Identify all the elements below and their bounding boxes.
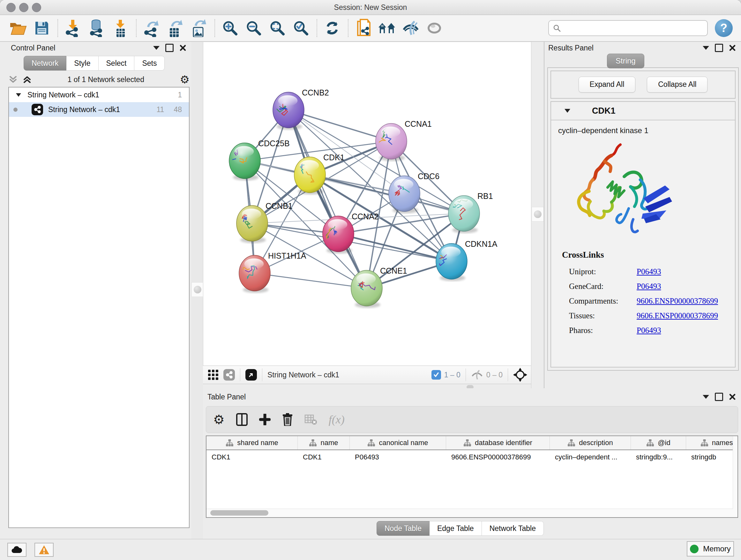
selected-nodes-checkbox[interactable] — [431, 370, 441, 380]
zoom-in-icon[interactable] — [220, 18, 240, 38]
right-splitter-handle[interactable] — [532, 207, 544, 222]
export-image-file-icon[interactable] — [189, 18, 209, 38]
memory-button[interactable]: Memory — [687, 541, 734, 557]
import-network-database-icon[interactable] — [87, 18, 107, 38]
table-hscroll-thumb[interactable] — [210, 510, 268, 516]
help-icon[interactable]: ? — [715, 19, 733, 37]
node-label-CDC6: CDC6 — [418, 172, 440, 181]
column-header-id[interactable]: @id — [631, 436, 686, 449]
column-header-sharedname[interactable]: shared name — [206, 436, 298, 449]
table-panel-menu-icon[interactable] — [703, 395, 709, 399]
tab-style[interactable]: Style — [66, 56, 98, 71]
gene-entry-header[interactable]: CDK1 — [551, 102, 735, 120]
delete-column-icon[interactable] — [282, 413, 293, 426]
maximize-window-icon[interactable] — [32, 3, 41, 12]
tab-node-table[interactable]: Node Table — [377, 521, 429, 536]
minimize-window-icon[interactable] — [19, 3, 28, 12]
warnings-button[interactable] — [35, 543, 54, 557]
column-header-namespace[interactable]: namespace — [686, 436, 738, 449]
zoom-selected-icon[interactable] — [291, 18, 311, 38]
crosslink-row: Compartments:9606.ENSP00000378699 — [562, 294, 735, 308]
gene-description: cyclin–dependent kinase 1 — [551, 120, 735, 135]
save-session-icon[interactable] — [32, 18, 52, 38]
collection-expand-icon[interactable] — [15, 92, 22, 98]
column-header-description[interactable]: description — [550, 436, 631, 449]
main-toolbar: ? — [0, 15, 741, 42]
network-current-dot-icon — [13, 108, 17, 112]
results-panel-close-icon[interactable] — [729, 44, 736, 51]
control-panel-menu-icon[interactable] — [153, 46, 159, 50]
refresh-view-icon[interactable] — [322, 18, 342, 38]
network-node-count: 11 — [157, 105, 164, 114]
import-network-file-icon[interactable] — [63, 18, 83, 38]
table-row[interactable]: CDK1CDK1P064939606.ENSP00000378699cyclin… — [206, 450, 738, 464]
zoom-out-icon[interactable] — [244, 18, 264, 38]
table-panel: Table Panel ⚙ f(x) shared namenamecanoni… — [203, 388, 741, 539]
tab-network-table[interactable]: Network Table — [482, 521, 544, 536]
tab-network[interactable]: Network — [23, 56, 66, 71]
collapse-all-button[interactable]: Collapse All — [647, 77, 708, 92]
crosslink-link[interactable]: P06493 — [636, 267, 661, 276]
control-panel-close-icon[interactable] — [179, 44, 186, 51]
crosslink-link[interactable]: P06493 — [636, 326, 661, 335]
birds-eye-view-icon[interactable] — [513, 368, 527, 382]
show-columns-icon[interactable] — [236, 413, 248, 426]
add-column-icon[interactable] — [259, 414, 271, 425]
detach-view-icon[interactable] — [246, 369, 257, 381]
export-table-file-icon[interactable] — [165, 18, 185, 38]
search-input[interactable] — [561, 23, 703, 33]
hide-selected-icon[interactable] — [401, 18, 421, 38]
grid-view-icon[interactable] — [207, 369, 219, 381]
network-list-view-icon[interactable] — [223, 369, 235, 381]
crosslink-row: Pharos:P06493 — [562, 323, 735, 338]
table-options-gear-icon[interactable]: ⚙ — [213, 413, 225, 426]
show-all-icon[interactable] — [424, 18, 444, 38]
import-table-file-icon[interactable] — [111, 18, 130, 38]
collapse-all-networks-icon[interactable] — [8, 75, 18, 84]
results-panel-float-icon[interactable] — [715, 44, 723, 52]
table-header-row: shared namenamecanonical namedatabase id… — [206, 436, 738, 450]
column-header-canonicalname[interactable]: canonical name — [350, 436, 446, 449]
table-panel-close-icon[interactable] — [729, 393, 736, 400]
tab-string-results[interactable]: String — [607, 54, 644, 68]
status-bar: Memory — [0, 539, 741, 560]
title-bar: Session: New Session — [0, 0, 741, 15]
table-cell: stringdb:9... — [631, 453, 686, 461]
table-panel-float-icon[interactable] — [715, 393, 723, 401]
collection-count: 1 — [178, 91, 182, 99]
open-session-icon[interactable] — [8, 18, 28, 38]
network-options-gear-icon[interactable]: ⚙ — [180, 74, 190, 85]
zoom-fit-icon[interactable] — [267, 18, 287, 38]
table-vertical-scrollbar[interactable] — [733, 436, 738, 517]
tab-edge-table[interactable]: Edge Table — [429, 521, 482, 536]
expand-all-button[interactable]: Expand All — [579, 77, 636, 92]
table-cell: CDK1 — [206, 453, 298, 461]
tab-select[interactable]: Select — [98, 56, 135, 71]
network-canvas[interactable]: CCNB2CCNA1CDC25BCDK1CDC6RB1CCNB1CCNA2CDK… — [203, 42, 532, 366]
node-label-CCNB2: CCNB2 — [302, 88, 329, 97]
control-panel-float-icon[interactable] — [165, 44, 174, 52]
column-header-databaseidentifier[interactable]: database identifier — [446, 436, 550, 449]
expand-all-networks-icon[interactable] — [22, 75, 32, 84]
protein-structure-image[interactable] — [562, 139, 735, 244]
delete-table-icon — [305, 414, 317, 425]
left-splitter-handle[interactable] — [192, 282, 204, 297]
crosslink-link[interactable]: 9606.ENSP00000378699 — [636, 311, 718, 320]
share-document-icon[interactable] — [354, 18, 374, 38]
crosslink-link[interactable]: 9606.ENSP00000378699 — [636, 297, 718, 306]
column-header-name[interactable]: name — [298, 436, 350, 449]
gene-collapse-icon[interactable] — [564, 108, 571, 114]
home-icon[interactable] — [377, 18, 397, 38]
cloud-status-button[interactable] — [7, 543, 26, 557]
network-row-selected[interactable]: String Network – cdk1 11 48 — [9, 102, 189, 117]
node-label-CDKN1A: CDKN1A — [465, 240, 497, 248]
results-panel-menu-icon[interactable] — [703, 46, 709, 50]
close-window-icon[interactable] — [6, 3, 16, 12]
table-horizontal-scrollbar[interactable] — [206, 509, 733, 517]
crosslink-label: GeneCard: — [562, 282, 636, 291]
tab-sets[interactable]: Sets — [134, 56, 165, 71]
node-label-CCNA2: CCNA2 — [352, 212, 379, 221]
crosslink-link[interactable]: P06493 — [636, 282, 661, 291]
export-network-file-icon[interactable] — [142, 18, 161, 38]
network-collection-row[interactable]: String Network – cdk1 1 — [9, 87, 189, 102]
